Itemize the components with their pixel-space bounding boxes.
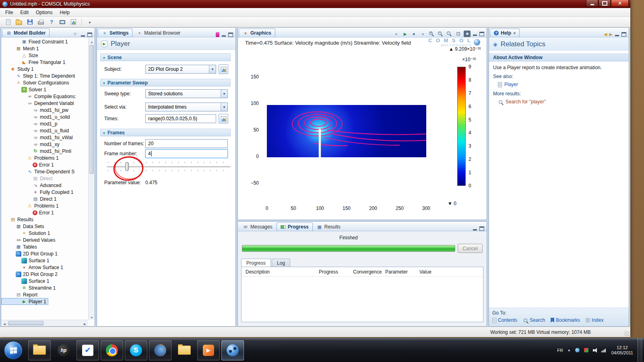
tree-item[interactable]: Tables [1,243,39,250]
slider-thumb[interactable] [125,162,129,171]
stop-icon[interactable] [411,31,417,37]
index-link[interactable]: Index [586,317,603,323]
maximize-view-icon[interactable] [87,33,92,37]
number-of-frames-input[interactable]: 20 [145,139,228,148]
scroll-up-icon[interactable] [89,38,95,44]
titlebar[interactable]: Untitled.mph - COMSOL Multiphysics [0,0,630,8]
tab-settings[interactable]: Settings [98,29,132,37]
minimize-view-icon[interactable] [473,226,477,231]
tab-messages[interactable]: Messages [239,222,277,231]
scrollbar-thumb[interactable] [8,321,43,325]
folder-taskbar-icon[interactable] [173,340,196,360]
view-menu-icon[interactable] [74,33,78,37]
close-button[interactable] [611,0,629,7]
start-button[interactable] [4,341,23,360]
tree-item[interactable]: Surface 1 [1,257,51,264]
frames-section-header[interactable]: Frames [100,129,231,136]
tab-material-browser[interactable]: Material Browser [132,29,184,37]
plot-icon[interactable] [68,18,78,27]
first-frame-icon[interactable] [393,31,400,37]
check-app-taskbar-icon[interactable] [76,340,99,360]
select-via-select[interactable]: Interpolated times [145,103,228,111]
zoom-in-icon[interactable] [428,31,435,37]
snapshot-icon[interactable] [464,31,471,37]
tree-item[interactable]: Data Sets [1,223,46,230]
last-frame-icon[interactable] [419,31,426,37]
scene-section-header[interactable]: Scene [100,53,231,61]
player-help-link[interactable]: Player [498,82,518,87]
scrollbar-thumb[interactable] [89,45,94,174]
tab-graphics[interactable]: Graphics [239,29,275,37]
zoom-extents-icon[interactable] [455,31,462,37]
minimize-view-icon[interactable] [615,32,619,37]
resize-grip[interactable] [624,331,630,336]
tree-item[interactable]: mod1_fsi_vWal [1,134,75,141]
tree-item[interactable]: Compile Equations: [1,93,78,100]
close-tab-icon[interactable] [513,30,516,36]
maximize-view-icon[interactable] [479,226,484,231]
tree-item[interactable]: mod1_p [1,120,59,127]
tray-app-icon[interactable] [575,348,580,352]
tree-item[interactable]: Streamline 1 [1,284,58,291]
subject-select[interactable]: 2D Plot Group 2 [145,65,216,74]
material-icon[interactable] [216,32,219,37]
tree-item[interactable]: Fully Coupled 1 [1,189,75,195]
skype-taskbar-icon[interactable]: S [125,340,147,360]
print-icon[interactable] [36,18,45,27]
minimize-view-icon[interactable] [473,32,477,36]
tab-model-builder[interactable]: Model Builder [2,29,50,37]
horizontal-scrollbar[interactable] [1,320,88,326]
scroll-left-icon[interactable] [1,320,8,326]
forward-icon[interactable] [609,31,613,37]
menu-item[interactable]: Options [32,8,56,16]
tree-item[interactable]: Solver 1 [1,86,48,93]
menu-item[interactable]: Edit [17,8,32,16]
tree-item[interactable]: Results [1,216,35,223]
help-icon[interactable] [47,18,56,27]
network-icon[interactable] [601,348,606,352]
scroll-right-icon[interactable] [82,320,88,326]
tree-item[interactable]: Solver Configurations [1,79,71,86]
maximize-view-icon[interactable] [479,32,484,36]
search-for-player-link[interactable]: Search for "player" [498,99,546,105]
tree-item[interactable]: 2D Plot Group 1 [1,250,60,257]
tree-item[interactable]: Dependent Variabl [1,100,76,107]
menu-item[interactable]: Help [56,8,73,16]
tree-item[interactable]: Advanced [1,182,63,189]
menu-item[interactable]: File [2,8,17,16]
tree-item[interactable]: mod1_u_fluid [1,127,71,134]
maximize-view-icon[interactable] [621,32,626,37]
volume-icon[interactable] [593,349,594,352]
tree-item[interactable]: Solution 1 [1,230,52,237]
new-file-icon[interactable] [3,18,13,27]
chevron-down-icon[interactable] [221,90,227,98]
tree-item[interactable]: Derived Values [1,237,57,243]
tree-item[interactable]: mod1_fsi_Pinli [1,148,73,154]
scroll-down-icon[interactable] [89,314,95,320]
tree-item[interactable]: Step 1: Time Dependent [1,72,77,79]
zoom-box-icon[interactable] [446,31,453,37]
clock[interactable]: 12:12 04/05/2011 [611,345,633,356]
tree-item[interactable]: Free Triangular 1 [1,59,67,66]
contents-link[interactable]: Contents [492,317,517,323]
minimize-view-icon[interactable] [80,33,85,37]
parameter-sweep-section-header[interactable]: Parameter Sweep [100,79,231,86]
subtab-log[interactable]: Log [272,259,290,267]
range-button[interactable] [219,114,228,123]
tree-item[interactable]: Fixed Constraint 1 [1,38,70,45]
tree-item[interactable]: mod1_xy [1,141,62,148]
tab-help[interactable]: Help [490,29,520,37]
refresh-plot-button[interactable] [219,64,228,74]
tree-item[interactable]: Player 1 [1,298,48,305]
media-taskbar-icon[interactable] [197,340,220,360]
chevron-down-icon[interactable] [209,65,216,73]
chevron-down-icon[interactable] [85,18,95,27]
tab-results[interactable]: Results [313,222,345,231]
tree-item[interactable]: Direct 1 [1,195,58,202]
comsol-taskbar-icon[interactable] [221,340,244,360]
tree-item[interactable]: Mesh 1 [1,45,41,52]
hp-taskbar-icon[interactable]: hp [52,340,75,360]
tree-item[interactable]: mod1_fsi_pw [1,107,70,113]
vertical-scrollbar[interactable] [88,38,95,320]
chrome-taskbar-icon[interactable] [101,340,123,360]
